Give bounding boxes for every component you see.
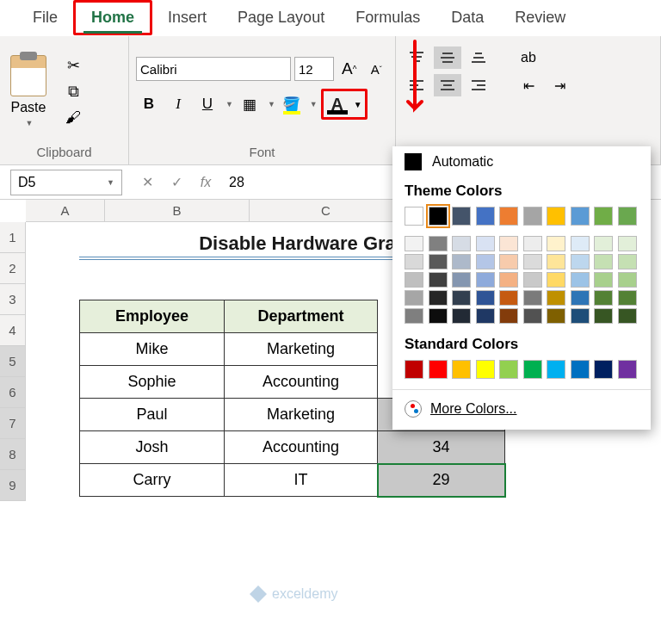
decrease-font-button[interactable]: Aˇ [365, 56, 389, 82]
color-swatch[interactable] [499, 272, 518, 288]
color-swatch[interactable] [618, 254, 637, 269]
color-swatch[interactable] [476, 254, 495, 269]
color-swatch[interactable] [523, 308, 542, 324]
bold-button[interactable]: B [136, 91, 162, 117]
color-swatch[interactable] [405, 308, 423, 324]
color-swatch[interactable] [476, 308, 495, 324]
color-swatch[interactable] [452, 236, 471, 251]
color-swatch[interactable] [594, 236, 613, 251]
copy-button[interactable]: ⧉ [62, 82, 84, 101]
color-swatch[interactable] [594, 360, 613, 379]
row-header-6[interactable]: 6 [0, 377, 26, 408]
color-swatch[interactable] [476, 290, 495, 306]
color-swatch[interactable] [429, 360, 448, 379]
name-box[interactable]: D5▼ [10, 170, 122, 195]
color-swatch[interactable] [571, 360, 590, 379]
tab-insert[interactable]: Insert [152, 0, 222, 35]
color-swatch[interactable] [571, 290, 590, 306]
automatic-color-option[interactable]: Automatic [392, 146, 651, 177]
more-colors-option[interactable]: More Colors... [392, 393, 651, 424]
color-swatch[interactable] [547, 360, 565, 379]
cell-department[interactable]: IT [225, 464, 378, 497]
cell-age[interactable]: 29 [378, 464, 505, 497]
color-swatch[interactable] [476, 272, 495, 288]
align-top-button[interactable] [403, 46, 430, 69]
color-swatch[interactable] [547, 290, 565, 306]
color-swatch[interactable] [547, 254, 565, 269]
cancel-formula-button[interactable]: ✕ [133, 170, 162, 195]
color-swatch[interactable] [452, 272, 471, 288]
cell-department[interactable]: Marketing [225, 399, 378, 431]
color-swatch[interactable] [618, 290, 637, 306]
color-swatch[interactable] [476, 236, 495, 251]
color-swatch[interactable] [499, 236, 518, 251]
color-swatch[interactable] [405, 207, 423, 226]
color-swatch[interactable] [452, 290, 471, 306]
row-header-8[interactable]: 8 [0, 439, 26, 470]
row-header-1[interactable]: 1 [0, 222, 26, 253]
row-header-2[interactable]: 2 [0, 253, 26, 284]
format-painter-button[interactable]: 🖌 [62, 108, 84, 127]
font-size-select[interactable] [294, 57, 334, 81]
color-swatch[interactable] [618, 308, 637, 324]
paste-button[interactable]: Paste ▼ [7, 52, 50, 131]
color-swatch[interactable] [571, 272, 590, 288]
color-swatch[interactable] [405, 290, 423, 306]
color-swatch[interactable] [452, 254, 471, 269]
font-name-select[interactable] [136, 57, 291, 81]
color-swatch[interactable] [618, 272, 637, 288]
align-left-button[interactable] [403, 74, 430, 96]
col-header-b[interactable]: B [105, 200, 250, 222]
row-header-7[interactable]: 7 [0, 408, 26, 439]
color-swatch[interactable] [618, 207, 637, 226]
tab-data[interactable]: Data [436, 0, 499, 35]
cell-employee[interactable]: Paul [80, 399, 225, 431]
color-swatch[interactable] [594, 254, 613, 269]
borders-button[interactable]: ▦ [237, 91, 263, 117]
color-swatch[interactable] [571, 207, 590, 226]
cut-button[interactable]: ✂ [62, 56, 84, 75]
color-swatch[interactable] [523, 360, 542, 379]
decrease-indent-button[interactable]: ⇤ [515, 74, 542, 96]
color-swatch[interactable] [523, 254, 542, 269]
align-right-button[interactable] [465, 74, 492, 96]
enter-formula-button[interactable]: ✓ [162, 170, 191, 195]
formula-value[interactable]: 28 [220, 175, 253, 190]
color-swatch[interactable] [429, 254, 448, 269]
align-center-button[interactable] [434, 74, 461, 96]
row-header-3[interactable]: 3 [0, 284, 26, 315]
color-swatch[interactable] [594, 308, 613, 324]
color-swatch[interactable] [571, 254, 590, 269]
tab-page-layout[interactable]: Page Layout [222, 0, 340, 35]
color-swatch[interactable] [571, 236, 590, 251]
color-swatch[interactable] [429, 207, 448, 226]
header-employee[interactable]: Employee [80, 300, 225, 333]
color-swatch[interactable] [499, 308, 518, 324]
increase-font-button[interactable]: A^ [337, 56, 361, 82]
color-swatch[interactable] [571, 308, 590, 324]
color-swatch[interactable] [618, 360, 637, 379]
col-header-a[interactable]: A [26, 200, 105, 222]
color-swatch[interactable] [452, 308, 471, 324]
color-swatch[interactable] [452, 207, 471, 226]
header-department[interactable]: Department [225, 300, 378, 333]
tab-home[interactable]: Home [73, 0, 152, 35]
color-swatch[interactable] [405, 272, 423, 288]
color-swatch[interactable] [523, 207, 542, 226]
color-swatch[interactable] [523, 236, 542, 251]
color-swatch[interactable] [405, 254, 423, 269]
align-middle-button[interactable] [434, 46, 461, 69]
row-header-5[interactable]: 5 [0, 346, 26, 377]
color-swatch[interactable] [547, 207, 565, 226]
tab-review[interactable]: Review [499, 0, 581, 35]
font-color-dropdown[interactable]: ▼ [351, 91, 365, 117]
color-swatch[interactable] [594, 207, 613, 226]
color-swatch[interactable] [499, 290, 518, 306]
col-header-c[interactable]: C [250, 200, 403, 222]
cell-employee[interactable]: Mike [80, 333, 225, 366]
tab-file[interactable]: File [17, 0, 73, 35]
color-swatch[interactable] [547, 308, 565, 324]
color-swatch[interactable] [547, 236, 565, 251]
tab-formulas[interactable]: Formulas [340, 0, 436, 35]
color-swatch[interactable] [476, 360, 495, 379]
